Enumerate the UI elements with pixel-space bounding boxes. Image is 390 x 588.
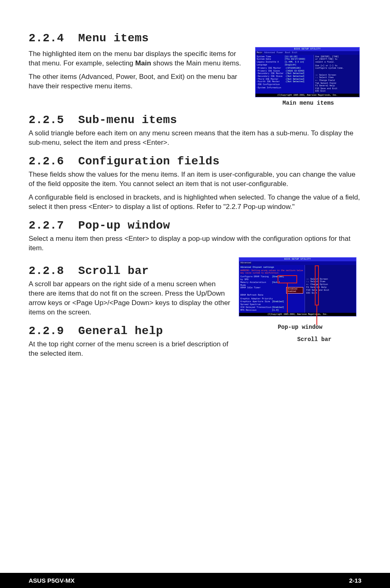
bios2-tabs: Advanced [239, 261, 356, 265]
callout-popup-box [278, 275, 297, 283]
b1-sysinfo: System Information [258, 87, 312, 90]
fig1-caption: Main menu items [255, 100, 361, 106]
secnum-226: 2.2.6 [29, 155, 64, 168]
b1-hb4: F1 General Help [315, 85, 358, 88]
bios1-tab-power: Power [277, 52, 284, 54]
p224a-main: Main [135, 59, 151, 67]
b1-s5k: Fourth IDE Master [258, 81, 285, 83]
bios2-left: Advanced Chipset settings WARNING: Setti… [239, 265, 305, 313]
b2-r0k: Configure DRAM Timing by SPD [240, 276, 272, 281]
b1-s3v: :[Not Detected] [285, 75, 312, 78]
b2-r1k: Memory Acceleration Mode [240, 281, 272, 287]
para-224b: The other items (Advanced, Power, Boot, … [29, 72, 248, 91]
bios2-titlebar: BIOS SETUP UTILITY [239, 258, 356, 261]
b1-s5v: :[Not Detected] [285, 81, 312, 83]
b2-r2k: DRAM Idle Timer [240, 287, 286, 294]
callout-popup-line [287, 283, 288, 313]
callout-scrollbar-line [316, 305, 317, 325]
b1-hb1: ↑↓ Select Item [315, 76, 358, 79]
b2-r3k: DRAM Refresh Rate [240, 294, 303, 297]
b1-hb6: ESC Exit [315, 90, 358, 93]
heading-225: 2.2.5 Sub-menu items [29, 114, 361, 126]
bios1-titlebar: BIOS SETUP UTILITY [256, 47, 359, 51]
b2-warn: WARNING: Setting wrong values in the sec… [240, 270, 303, 275]
b1-r2k: Legacy Diskette A [257, 61, 285, 64]
b1-ht4: Use [+] or [-] to [315, 65, 358, 67]
b1-hb0: →← Select Screen [315, 74, 358, 77]
bios2-tab-adv: Advanced [240, 262, 251, 265]
b1-s4k: Third IDE Master [258, 78, 285, 81]
para-224a: The highlighted item on the menu bar dis… [29, 49, 248, 68]
b1-hb5: F10 Save and Exit [315, 88, 358, 90]
bios-main-screenshot: BIOS SETUP UTILITY Main Advanced Power B… [255, 47, 360, 97]
b1-r1k: System Date [257, 58, 285, 61]
b1-s3k: Secondary IDE Slave [258, 75, 285, 78]
b1-r3k: Language [257, 64, 285, 67]
sectitle-225: Sub-menu items [78, 114, 177, 126]
para-226a: These fields show the values for the men… [29, 170, 361, 189]
callout-scrollbar-box [315, 265, 319, 305]
b1-s6k: IDE Configuration [258, 83, 312, 86]
b1-s0k: Primary IDE Master [258, 67, 285, 70]
bios2-popup: Disabled Enabled [286, 287, 303, 294]
b1-ht0: Use [ENTER], [TAB] [315, 56, 358, 58]
bios-advanced-screenshot: BIOS SETUP UTILITY Advanced Advanced Chi… [239, 257, 356, 316]
b2-p1: Enabled [287, 290, 302, 293]
bios1-left: System Time[11:10:19] System Date[Thu 03… [256, 55, 314, 94]
secnum-227: 2.2.7 [29, 219, 64, 232]
heading-227: 2.2.7 Pop-up window [29, 219, 361, 232]
secnum-224: 2.2.4 [29, 32, 64, 45]
b1-s1v: :[ASUS CD-S340] [285, 70, 312, 73]
b1-r3v: [English] [285, 64, 312, 67]
b1-r2v: [1.44M, 3.5 in] [285, 61, 312, 64]
secnum-228: 2.2.8 [29, 265, 64, 277]
bios1-tab-main: Main [256, 52, 262, 54]
bios2-right: →← Select Screen ↑↓ Select Item +- Chang… [305, 265, 356, 313]
sectitle-228: Scroll bar [78, 265, 149, 277]
heading-229: 2.2.9 General help [29, 325, 231, 337]
bios1-tab-exit: Exit [292, 52, 297, 54]
secnum-229: 2.2.9 [29, 325, 64, 337]
b1-ht5: configure system time. [315, 67, 358, 70]
b1-s2k: Secondary IDE Master [258, 72, 285, 75]
sectitle-229: General help [78, 325, 163, 337]
bios1-right: Use [ENTER], [TAB] or [SHIFT-TAB] to sel… [314, 55, 359, 94]
b2-h5: ESC Exit [306, 292, 355, 295]
para-225: A solid triangle before each item on any… [29, 129, 361, 148]
bios1-tab-boot: Boot [285, 52, 290, 54]
heading-226: 2.2.6 Configuration fields [29, 155, 361, 168]
fig2-caption-popup: Pop-up window [239, 324, 361, 330]
b1-s0v: :[ST320413A] [285, 67, 312, 70]
sectitle-226: Configuration fields [78, 155, 220, 168]
sectitle-227: Pop-up window [78, 219, 170, 232]
p224a-t2: shows the Main menu items. [151, 59, 241, 67]
para-227: Select a menu item then press <Enter> to… [29, 234, 361, 253]
b2-r24k: MPS Revision [240, 309, 272, 312]
b1-r0k: System Time [257, 56, 285, 58]
b1-hb3: Tab Select Field [315, 82, 358, 85]
bios1-footer: (C)Copyright 1985-2002, American Megatre… [256, 94, 359, 97]
b1-hb2: +- Change Field [315, 79, 358, 82]
bios2-footer: (C)Copyright 1985-2002, American Megatre… [239, 313, 356, 316]
b2-hdr: Advanced Chipset settings [240, 266, 303, 269]
secnum-225: 2.2.5 [29, 114, 64, 126]
para-228: A scroll bar appears on the right side o… [29, 280, 231, 317]
b1-s2v: :[Not Detected] [285, 72, 312, 75]
sectitle-224: Menu items [78, 32, 149, 45]
para-226b: A configurable field is enclosed in brac… [29, 193, 361, 212]
bios1-tabs: Main Advanced Power Boot Exit [256, 51, 359, 55]
fig2-caption-scroll: Scroll bar [267, 336, 361, 343]
b1-r0v: [11:10:19] [285, 56, 312, 58]
heading-228: 2.2.8 Scroll bar [29, 265, 231, 277]
b1-r1v: [Thu 03/27/2003] [285, 58, 312, 61]
b1-ht1: or [SHIFT-TAB] to [315, 58, 358, 61]
heading-224: 2.2.4 Menu items [29, 32, 361, 45]
para-229: At the top right corner of the menu scre… [29, 340, 231, 359]
b1-s4v: :[Not Detected] [285, 78, 312, 81]
bios1-tab-adv: Advanced [264, 52, 275, 54]
b1-s1k: Primary IDE Slave [258, 70, 285, 73]
b1-ht2: select a field. [315, 61, 358, 64]
